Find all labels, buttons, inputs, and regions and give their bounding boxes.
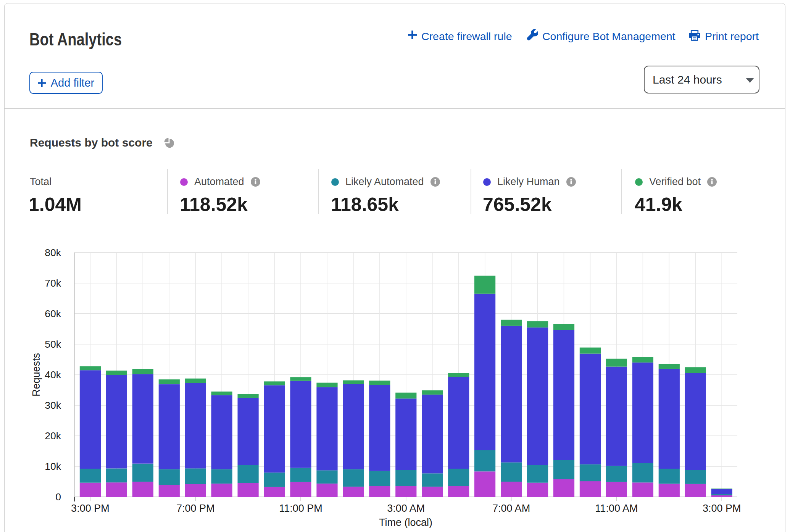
svg-text:3:00 PM: 3:00 PM <box>703 503 741 514</box>
svg-text:7:00 AM: 7:00 AM <box>492 503 530 514</box>
svg-text:80k: 80k <box>45 247 61 258</box>
svg-text:60k: 60k <box>45 308 61 319</box>
svg-text:40k: 40k <box>45 369 61 380</box>
svg-text:Time (local): Time (local) <box>379 517 432 528</box>
svg-text:7:00 PM: 7:00 PM <box>176 503 215 514</box>
svg-text:11:00 AM: 11:00 AM <box>595 503 638 514</box>
svg-text:30k: 30k <box>45 400 61 411</box>
svg-text:3:00 AM: 3:00 AM <box>387 503 425 514</box>
svg-text:Requests: Requests <box>31 353 42 397</box>
svg-text:0: 0 <box>55 491 61 503</box>
svg-text:10k: 10k <box>45 461 61 472</box>
svg-text:20k: 20k <box>45 430 61 442</box>
svg-text:11:00 PM: 11:00 PM <box>279 503 322 514</box>
svg-text:70k: 70k <box>45 277 61 289</box>
svg-text:50k: 50k <box>45 339 61 350</box>
svg-text:3:00 PM: 3:00 PM <box>71 503 110 514</box>
